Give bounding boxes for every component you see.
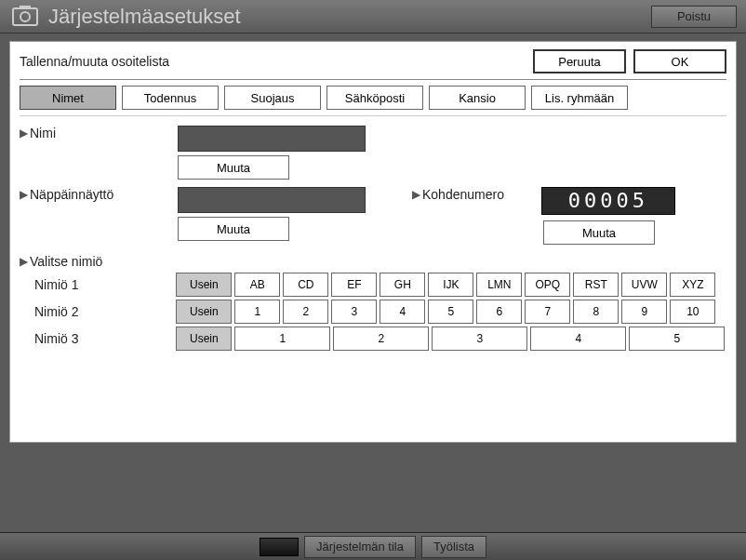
group3-cell[interactable]: 5 (629, 327, 725, 351)
group2-cell[interactable]: 6 (476, 300, 522, 324)
triangle-icon: ▶ (20, 255, 28, 268)
group3-label: Nimiö 3 (20, 331, 176, 346)
main-panel: Tallenna/muuta osoitelista Peruuta OK Ni… (9, 41, 737, 443)
keydisplay-change-button[interactable]: Muuta (178, 217, 289, 241)
group1-cell[interactable]: EF (331, 273, 377, 297)
tab-folder[interactable]: Kansio (429, 86, 526, 110)
footer-bar: Järjestelmän tila Työlista (0, 532, 746, 560)
row-name: ▶Nimi Muuta (20, 126, 726, 180)
group2-cell[interactable]: 8 (573, 300, 619, 324)
name-value (178, 126, 366, 152)
tab-row: Nimet Todennus Suojaus Sähköposti Kansio… (20, 86, 726, 110)
thin-divider (20, 115, 726, 116)
subtitle-row: Tallenna/muuta osoitelista Peruuta OK (20, 47, 726, 75)
triangle-icon: ▶ (20, 188, 28, 201)
group-header-text: Valitse nimiö (30, 254, 102, 269)
name-change-button[interactable]: Muuta (178, 155, 289, 180)
group2-cell[interactable]: 2 (283, 300, 328, 324)
group1-cell[interactable]: AB (234, 273, 280, 297)
tab-names[interactable]: Nimet (20, 86, 116, 110)
group1-often[interactable]: Usein (176, 273, 232, 297)
group-row-1: Nimiö 1 Usein AB CD EF GH IJK LMN OPQ RS… (20, 273, 726, 297)
footer-status-icon (260, 538, 299, 556)
triangle-icon: ▶ (412, 188, 420, 201)
group2-cell[interactable]: 9 (621, 300, 667, 324)
keydisplay-label-text: Näppäinnäyttö (30, 187, 113, 202)
panel-subtitle: Tallenna/muuta osoitelista (20, 54, 526, 69)
group1-cell[interactable]: OPQ (525, 273, 570, 297)
group1-cell[interactable]: RST (573, 273, 619, 297)
name-label: ▶Nimi (20, 126, 178, 140)
dest-label-text: Kohdenumero (422, 187, 504, 202)
group3-often[interactable]: Usein (176, 327, 232, 351)
group1-cell[interactable]: XYZ (670, 273, 715, 297)
group2-cell[interactable]: 4 (380, 300, 425, 324)
group1-cell[interactable]: GH (380, 273, 425, 297)
name-label-text: Nimi (30, 126, 56, 140)
settings-icon (9, 4, 41, 30)
app-title: Järjestelmäasetukset (48, 5, 651, 29)
group1-cell[interactable]: IJK (428, 273, 473, 297)
system-status-button[interactable]: Järjestelmän tila (304, 536, 416, 558)
group1-cell[interactable]: LMN (476, 273, 522, 297)
tab-auth[interactable]: Todennus (122, 86, 219, 110)
keydisplay-value (178, 187, 366, 213)
tab-protection[interactable]: Suojaus (224, 86, 321, 110)
group-row-2: Nimiö 2 Usein 1 2 3 4 5 6 7 8 9 10 (20, 300, 726, 324)
ok-button[interactable]: OK (633, 49, 726, 73)
joblist-button[interactable]: Työlista (421, 536, 486, 558)
dest-change-button[interactable]: Muuta (543, 220, 655, 245)
group2-grid: Usein 1 2 3 4 5 6 7 8 9 10 (176, 300, 726, 324)
cancel-button[interactable]: Peruuta (533, 49, 626, 73)
svg-rect-2 (20, 6, 31, 9)
group1-grid: Usein AB CD EF GH IJK LMN OPQ RST UVW XY… (176, 273, 726, 297)
group2-cell[interactable]: 10 (670, 300, 715, 324)
group1-cell[interactable]: CD (283, 273, 328, 297)
title-bar: Järjestelmäasetukset Poistu (0, 0, 746, 33)
group3-cell[interactable]: 1 (234, 327, 330, 351)
group3-cell[interactable]: 2 (333, 327, 429, 351)
keydisplay-label: ▶Näppäinnäyttö (20, 187, 178, 202)
svg-point-1 (20, 12, 30, 21)
group2-label: Nimiö 2 (20, 304, 176, 319)
group-header: ▶Valitse nimiö (20, 254, 726, 269)
divider (20, 79, 726, 80)
row-keydisplay: ▶Näppäinnäyttö Muuta ▶Kohdenumero 00005 … (20, 187, 726, 245)
group1-label: Nimiö 1 (20, 277, 176, 292)
triangle-icon: ▶ (20, 127, 28, 140)
group2-cell[interactable]: 1 (234, 300, 280, 324)
group2-cell[interactable]: 7 (525, 300, 570, 324)
exit-button[interactable]: Poistu (651, 6, 737, 28)
group3-cell[interactable]: 3 (432, 327, 527, 351)
group2-cell[interactable]: 3 (331, 300, 377, 324)
tab-email[interactable]: Sähköposti (326, 86, 423, 110)
group1-cell[interactable]: UVW (621, 273, 667, 297)
group3-cell[interactable]: 4 (530, 327, 626, 351)
dest-label: ▶Kohdenumero (412, 187, 504, 202)
dest-value: 00005 (541, 187, 675, 215)
group-section: ▶Valitse nimiö Nimiö 1 Usein AB CD EF GH… (20, 254, 726, 351)
group3-grid: Usein 1 2 3 4 5 (176, 327, 726, 351)
svg-rect-0 (13, 8, 37, 25)
tab-addgroup[interactable]: Lis. ryhmään (531, 86, 628, 110)
group2-often[interactable]: Usein (176, 300, 232, 324)
group-row-3: Nimiö 3 Usein 1 2 3 4 5 (20, 327, 726, 351)
group2-cell[interactable]: 5 (428, 300, 473, 324)
